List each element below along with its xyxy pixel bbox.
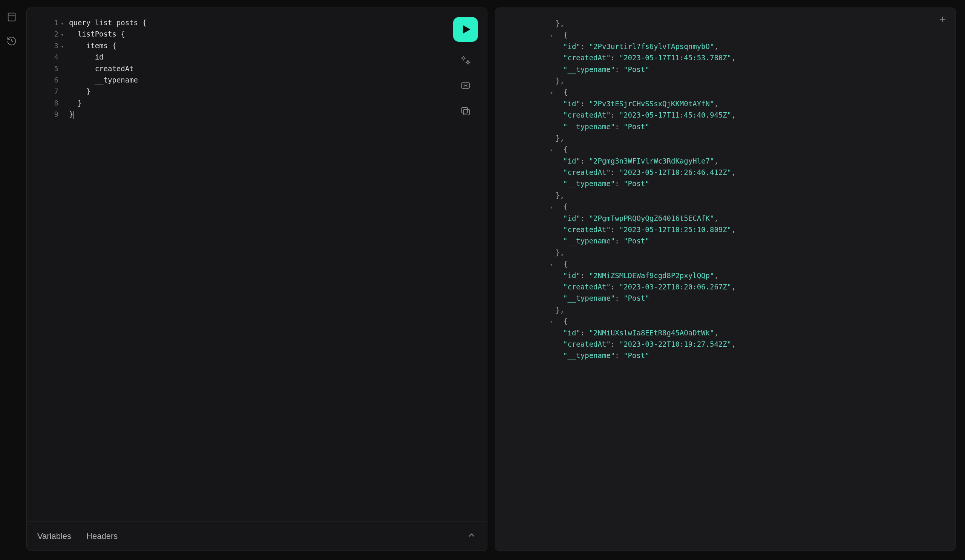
tab-variables[interactable]: Variables [37, 531, 71, 541]
code-line: 7 } [27, 85, 478, 97]
json-line: "__typename": "Post" [518, 350, 940, 361]
code-line: 4 id [27, 51, 478, 62]
explorer-icon[interactable] [5, 11, 18, 23]
code-line: 9} [27, 109, 478, 120]
json-line: "__typename": "Post" [518, 235, 940, 247]
json-line: "createdAt": "2023-03-22T10:20:06.267Z", [518, 281, 940, 292]
code-line: 5 createdAt [27, 63, 478, 74]
query-editor[interactable]: 1▾query list_posts { 2▾ listPosts { 3▾ i… [27, 8, 487, 522]
main-split: 1▾query list_posts { 2▾ listPosts { 3▾ i… [23, 0, 965, 560]
json-fold-line: ▾ { [518, 315, 940, 327]
editor-bottom-bar: Variables Headers [27, 522, 487, 550]
add-tab-icon[interactable] [938, 15, 947, 25]
json-line: "id": "2Pv3urtirl7fs6ylvTApsqnmybO", [518, 41, 940, 52]
tab-headers[interactable]: Headers [86, 531, 118, 541]
json-line: "createdAt": "2023-03-22T10:19:27.542Z", [518, 338, 940, 350]
code-line: 1▾query list_posts { [27, 17, 478, 28]
json-fold-line: ▾ { [518, 201, 940, 212]
response-body[interactable]: },▾ {"id": "2Pv3urtirl7fs6ylvTApsqnmybO"… [495, 18, 955, 550]
json-line: "createdAt": "2023-05-12T10:26:46.412Z", [518, 167, 940, 178]
merge-icon[interactable] [458, 78, 473, 93]
json-line: }, [518, 75, 940, 86]
json-line: "createdAt": "2023-05-17T11:45:53.780Z", [518, 52, 940, 63]
json-line: "id": "2PgmTwpPRQOyQgZ64016t5ECAfK", [518, 212, 940, 224]
editor-cursor [74, 111, 74, 119]
json-line: }, [518, 132, 940, 144]
json-line: }, [518, 247, 940, 258]
json-fold-line: ▾ { [518, 29, 940, 40]
json-line: "__typename": "Post" [518, 178, 940, 189]
copy-icon[interactable] [458, 104, 473, 119]
response-panel: },▾ {"id": "2Pv3urtirl7fs6ylvTApsqnmybO"… [495, 8, 956, 551]
json-line: "id": "2NMiUXslwIa8EEtR8g45AOaDtWk", [518, 327, 940, 338]
json-line: "__typename": "Post" [518, 292, 940, 304]
code-line: 8 } [27, 97, 478, 109]
fold-toggle-icon[interactable]: ▾ [548, 146, 555, 154]
json-line: "__typename": "Post" [518, 121, 940, 132]
svg-rect-6 [462, 108, 468, 113]
json-fold-line: ▾ { [518, 258, 940, 269]
app-root: 1▾query list_posts { 2▾ listPosts { 3▾ i… [0, 0, 965, 560]
history-icon[interactable] [5, 35, 18, 47]
json-fold-line: ▾ { [518, 86, 940, 98]
query-editor-panel: 1▾query list_posts { 2▾ listPosts { 3▾ i… [26, 8, 487, 551]
json-line: "id": "2Pgmg3n3WFIvlrWc3RdKagyHle7", [518, 155, 940, 167]
json-line: }, [518, 304, 940, 315]
fold-toggle-icon[interactable]: ▾ [548, 31, 555, 39]
code-line: 6 __typename [27, 74, 478, 85]
code-line: 3▾ items { [27, 40, 478, 51]
json-fold-line: ▾ { [518, 144, 940, 155]
json-line: "id": "2Pv3tESjrCHvSSsxQjKKM0tAYfN", [518, 98, 940, 109]
code-line: 2▾ listPosts { [27, 28, 478, 39]
fold-toggle-icon[interactable]: ▾ [548, 203, 555, 211]
fold-toggle-icon[interactable]: ▾ [548, 260, 555, 269]
prettify-icon[interactable] [458, 52, 473, 67]
svg-rect-0 [8, 13, 15, 21]
fold-toggle-icon[interactable]: ▾ [548, 317, 555, 326]
json-line: "__typename": "Post" [518, 64, 940, 75]
chevron-up-icon[interactable] [467, 530, 476, 542]
json-line: "id": "2NMiZSMLDEWaf9cgd8P2pxylQQp", [518, 270, 940, 281]
json-line: "createdAt": "2023-05-12T10:25:10.809Z", [518, 224, 940, 235]
run-button[interactable] [453, 17, 478, 42]
editor-toolbar [453, 17, 478, 119]
svg-rect-5 [464, 109, 469, 115]
fold-toggle-icon[interactable]: ▾ [548, 88, 555, 97]
json-line: "createdAt": "2023-05-17T11:45:40.945Z", [518, 109, 940, 121]
left-rail [0, 0, 23, 560]
json-line: }, [518, 18, 940, 29]
json-line: }, [518, 189, 940, 201]
